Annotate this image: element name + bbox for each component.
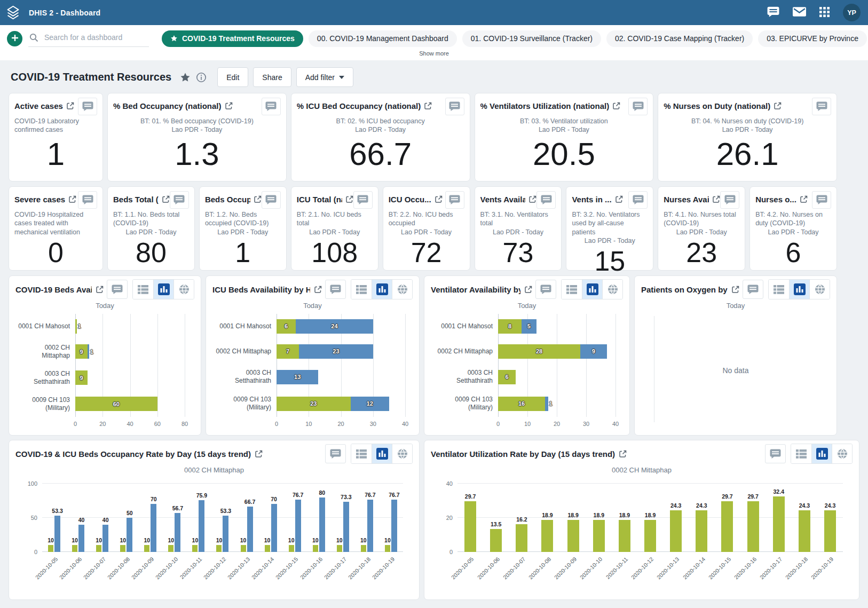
bar[interactable]: 24.3 — [824, 510, 836, 552]
chart-view-button[interactable] — [789, 280, 809, 299]
card-title-link[interactable]: Active cases — [14, 98, 74, 110]
bar[interactable]: 10 — [216, 545, 222, 552]
bar[interactable]: 18.9 — [593, 520, 605, 552]
bar-segment[interactable]: 1 — [75, 319, 77, 334]
bar[interactable]: 50 — [127, 518, 132, 552]
card-title-link[interactable]: Nurses Avail... — [664, 191, 720, 204]
info-icon[interactable] — [196, 72, 207, 83]
bar[interactable]: 40 — [78, 525, 84, 552]
bar[interactable]: 53.3 — [54, 516, 60, 552]
bar-segment[interactable]: 6 — [498, 370, 516, 384]
bar[interactable]: 40 — [102, 525, 108, 552]
bar[interactable]: 29.7 — [747, 501, 759, 552]
bar-segment[interactable]: 6 — [277, 319, 296, 334]
bar[interactable]: 10 — [48, 545, 53, 552]
card-title-link[interactable]: % Bed Occupancy (national) — [113, 98, 233, 110]
table-view-button[interactable] — [769, 280, 789, 299]
dhis2-logo[interactable] — [0, 0, 26, 25]
bar[interactable]: 70 — [271, 504, 277, 552]
bar[interactable]: 13.5 — [490, 529, 502, 552]
bar-segment[interactable]: 1 — [88, 344, 89, 359]
apps-menu-button[interactable] — [819, 7, 830, 19]
card-title-link[interactable]: Beds Occupie... — [205, 191, 262, 204]
comments-button[interactable] — [78, 191, 97, 209]
card-title-link[interactable]: Vents in ... — [572, 191, 622, 204]
bar[interactable]: 24.3 — [696, 510, 707, 552]
interpretations-button[interactable] — [767, 6, 779, 19]
bar-segment[interactable]: 1 — [545, 397, 548, 411]
dashboard-chip[interactable]: COVID-19 Treatment Resources — [162, 30, 303, 47]
bar[interactable]: 10 — [192, 545, 198, 552]
card-title-link[interactable]: ICU Total (nat... — [297, 191, 353, 204]
dashboard-chip[interactable]: 00. COVID-19 Management Dashboard — [309, 30, 457, 47]
comments-button[interactable] — [720, 191, 739, 209]
bar-segment[interactable]: 7 — [277, 344, 299, 359]
comments-button[interactable] — [536, 191, 556, 209]
table-view-button[interactable] — [133, 280, 153, 299]
bar[interactable]: 10 — [144, 545, 149, 552]
bar[interactable]: 10 — [120, 545, 125, 552]
chart-title-link[interactable]: Patients on Oxygen by Ho... — [641, 285, 739, 294]
chart-title-link[interactable]: Ventilator Utilization Rate by Day (15 d… — [431, 449, 627, 459]
bar[interactable]: 76.7 — [391, 500, 397, 552]
bar-segment[interactable]: 5 — [522, 319, 536, 334]
card-title-link[interactable]: ICU Occu... — [389, 191, 443, 204]
new-dashboard-button[interactable] — [7, 31, 22, 46]
comments-button[interactable] — [325, 444, 346, 463]
bar-segment[interactable]: 9 — [75, 344, 88, 359]
table-view-button[interactable] — [791, 444, 811, 463]
bar[interactable]: 76.7 — [367, 500, 373, 552]
chart-title-link[interactable]: COVID-19 & ICU Beds Occupancy Rate by Da… — [15, 449, 263, 459]
card-title-link[interactable]: % Nurses on Duty (national) — [664, 98, 782, 110]
bar[interactable]: 10 — [241, 545, 246, 552]
bar[interactable]: 32.4 — [773, 496, 785, 552]
bar-segment[interactable]: 16 — [498, 397, 545, 411]
comments-button[interactable] — [107, 280, 128, 299]
card-title-link[interactable]: % ICU Bed Occupancy (national) — [297, 98, 432, 110]
chart-view-button[interactable] — [153, 280, 173, 299]
bar[interactable]: 10 — [289, 545, 294, 552]
dashboard-chip[interactable]: 01. COVID-19 Surveillance (Tracker) — [462, 30, 601, 47]
map-view-button[interactable] — [602, 280, 622, 299]
bar[interactable]: 10 — [72, 545, 77, 552]
user-avatar[interactable]: YP — [843, 4, 861, 21]
comments-button[interactable] — [445, 98, 464, 115]
card-title-link[interactable]: % Ventilators Utilization (national) — [480, 98, 621, 110]
bar-segment[interactable]: 12 — [351, 397, 389, 411]
bar[interactable]: 24.3 — [670, 510, 682, 552]
bar[interactable]: 70 — [151, 504, 156, 552]
map-view-button[interactable] — [832, 444, 852, 463]
bar-segment[interactable]: 23 — [277, 397, 351, 411]
bar[interactable]: 29.7 — [721, 501, 733, 552]
bar[interactable]: 18.9 — [644, 520, 656, 552]
chart-view-button[interactable] — [582, 280, 602, 299]
bar[interactable]: 10 — [168, 545, 173, 552]
favorite-star-icon[interactable] — [180, 72, 191, 83]
share-button[interactable]: Share — [253, 67, 291, 87]
chart-title-link[interactable]: ICU Beds Availability by Hos... — [212, 285, 322, 294]
chart-view-button[interactable] — [372, 444, 392, 463]
bar[interactable]: 10 — [313, 545, 318, 552]
bar[interactable]: 10 — [96, 545, 101, 552]
card-title-link[interactable]: Severe cases — [14, 191, 76, 204]
bar[interactable]: 56.7 — [175, 513, 180, 552]
table-view-button[interactable] — [562, 280, 582, 299]
bar[interactable]: 66.7 — [247, 507, 253, 552]
comments-button[interactable] — [765, 444, 786, 463]
comments-button[interactable] — [743, 280, 763, 299]
chart-title-link[interactable]: COVID-19 Beds Availa... — [15, 285, 104, 294]
add-filter-button[interactable]: Add filter — [296, 67, 353, 87]
comments-button[interactable] — [628, 98, 648, 115]
chart-view-button[interactable] — [372, 280, 392, 299]
table-view-button[interactable] — [351, 280, 372, 299]
bar[interactable]: 75.9 — [199, 500, 204, 552]
dashboard-chip[interactable]: 02. COVID-19 Case Mapping (Tracker) — [606, 30, 753, 47]
comments-button[interactable] — [262, 98, 281, 115]
show-more-link[interactable]: Show more — [0, 47, 868, 60]
bar[interactable]: 73.3 — [343, 502, 349, 552]
bar-segment[interactable]: 9 — [75, 370, 88, 385]
map-view-button[interactable] — [392, 280, 412, 299]
bar-segment[interactable]: 13 — [277, 370, 318, 384]
dashboard-search-input[interactable] — [43, 33, 148, 42]
bar-segment[interactable]: 9 — [580, 344, 607, 359]
